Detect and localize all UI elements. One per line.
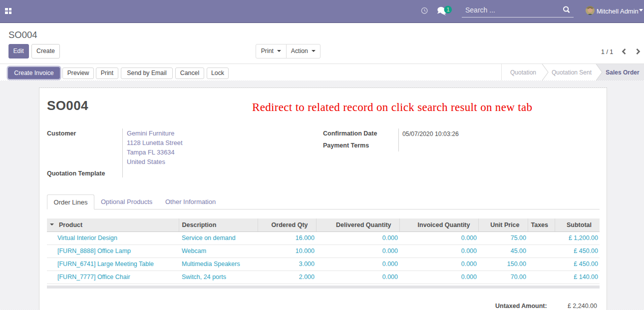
svg-text:Sales Order: Sales Order (606, 69, 640, 76)
svg-text:Quotation: Quotation (510, 69, 536, 76)
svg-text:1: 1 (446, 6, 449, 12)
svg-text:Quotation Sent: Quotation Sent (552, 69, 592, 76)
